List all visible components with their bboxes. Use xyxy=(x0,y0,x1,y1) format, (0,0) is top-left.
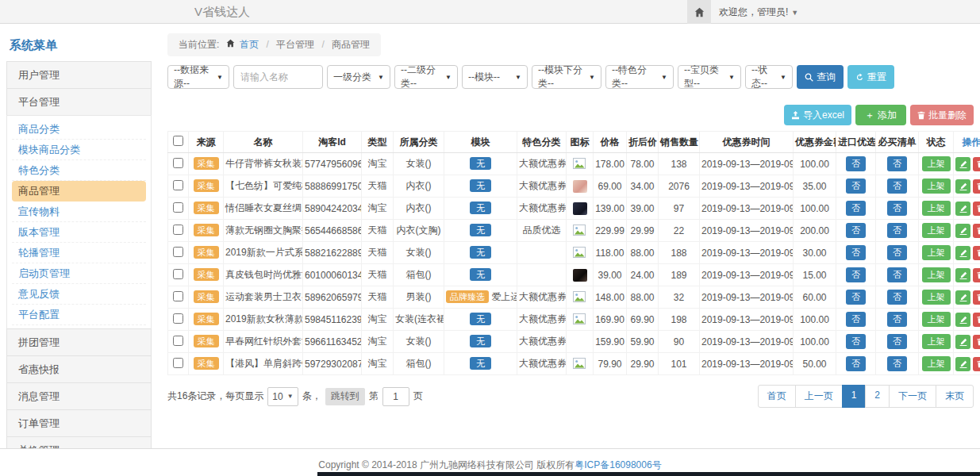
delete-button[interactable] xyxy=(973,335,980,349)
page-button[interactable]: 首页 xyxy=(758,385,796,408)
row-checkbox[interactable] xyxy=(173,313,183,324)
sidebar-item[interactable]: 商品管理 xyxy=(12,181,146,202)
edit-button[interactable] xyxy=(955,179,970,194)
must-buy-toggle[interactable]: 否 xyxy=(887,223,907,238)
import-select-toggle[interactable]: 否 xyxy=(846,245,866,260)
delete-button[interactable] xyxy=(973,179,980,194)
must-buy-toggle[interactable]: 否 xyxy=(887,356,907,371)
filter-name-input[interactable] xyxy=(233,65,323,89)
import-select-toggle[interactable]: 否 xyxy=(846,356,866,371)
import-select-toggle[interactable]: 否 xyxy=(846,267,866,282)
status-button[interactable]: 上架 xyxy=(922,201,951,216)
must-buy-toggle[interactable]: 否 xyxy=(887,334,907,349)
import-select-toggle[interactable]: 否 xyxy=(846,312,866,327)
page-button[interactable]: 1 xyxy=(842,385,867,408)
status-button[interactable]: 上架 xyxy=(922,223,951,238)
status-button[interactable]: 上架 xyxy=(922,290,951,305)
import-select-toggle[interactable]: 否 xyxy=(846,178,866,194)
module-none-badge[interactable]: 无 xyxy=(470,179,491,192)
module-none-badge[interactable]: 无 xyxy=(470,202,491,214)
delete-button[interactable] xyxy=(973,224,980,238)
must-buy-toggle[interactable]: 否 xyxy=(887,156,907,171)
per-page-select[interactable]: 10 ▼ xyxy=(267,387,298,406)
module-none-badge[interactable]: 无 xyxy=(470,313,491,325)
edit-button[interactable] xyxy=(955,335,970,349)
module-none-badge[interactable]: 无 xyxy=(470,357,491,370)
status-button[interactable]: 上架 xyxy=(922,156,951,171)
delete-button[interactable] xyxy=(973,290,980,305)
delete-button[interactable] xyxy=(973,157,980,171)
sidebar-item[interactable]: 订单管理 xyxy=(6,409,152,436)
import-select-toggle[interactable]: 否 xyxy=(846,201,866,216)
sidebar-item[interactable]: 平台配置 xyxy=(12,305,146,325)
sidebar-item[interactable]: 启动页管理 xyxy=(12,263,146,284)
filter-category-level2-select[interactable]: --二级分类--▼ xyxy=(394,65,458,89)
edit-button[interactable] xyxy=(955,246,970,260)
must-buy-toggle[interactable]: 否 xyxy=(887,245,907,260)
import-select-toggle[interactable]: 否 xyxy=(846,223,866,238)
must-buy-toggle[interactable]: 否 xyxy=(887,312,907,327)
sidebar-item[interactable]: 轮播管理 xyxy=(12,243,146,263)
row-checkbox[interactable] xyxy=(173,225,183,235)
row-checkbox[interactable] xyxy=(173,158,183,168)
edit-button[interactable] xyxy=(955,313,970,327)
sidebar-item[interactable]: 模块商品分类 xyxy=(12,140,146,160)
sidebar-item[interactable]: 省惠快报 xyxy=(6,355,152,382)
delete-button[interactable] xyxy=(973,202,980,216)
sidebar-item[interactable]: 宣传物料 xyxy=(12,202,146,222)
must-buy-toggle[interactable]: 否 xyxy=(887,290,907,305)
status-button[interactable]: 上架 xyxy=(922,267,951,282)
batch-delete-button[interactable]: 批量删除 xyxy=(910,105,974,125)
user-menu[interactable]: 欢迎您，管理员!▼ xyxy=(719,0,798,25)
sidebar-item[interactable]: 商品分类 xyxy=(12,119,146,140)
import-select-toggle[interactable]: 否 xyxy=(846,290,866,305)
module-none-badge[interactable]: 无 xyxy=(470,268,491,281)
select-all-checkbox[interactable] xyxy=(173,136,183,146)
page-button[interactable]: 2 xyxy=(865,385,890,408)
row-checkbox[interactable] xyxy=(173,358,183,368)
import-excel-button[interactable]: 导入excel xyxy=(784,105,851,125)
row-checkbox[interactable] xyxy=(173,291,183,301)
edit-button[interactable] xyxy=(955,224,970,238)
row-checkbox[interactable] xyxy=(173,336,183,346)
jump-button[interactable]: 跳转到 xyxy=(325,388,365,405)
sidebar-item[interactable]: 用户管理 xyxy=(6,61,152,88)
sidebar-item[interactable]: 拼团管理 xyxy=(6,328,152,355)
status-button[interactable]: 上架 xyxy=(922,245,951,260)
icp-link[interactable]: 粤ICP备16098006号 xyxy=(575,459,661,470)
edit-button[interactable] xyxy=(955,290,970,305)
status-button[interactable]: 上架 xyxy=(922,178,951,194)
status-button[interactable]: 上架 xyxy=(922,334,951,349)
import-select-toggle[interactable]: 否 xyxy=(846,156,866,171)
breadcrumb-home-link[interactable]: 首页 xyxy=(240,39,259,50)
filter-feature-category-select[interactable]: --特色分类--▼ xyxy=(605,65,674,89)
must-buy-toggle[interactable]: 否 xyxy=(887,267,907,282)
sidebar-item[interactable]: 意见反馈 xyxy=(12,284,146,305)
module-none-badge[interactable]: 无 xyxy=(470,157,491,170)
row-checkbox[interactable] xyxy=(173,202,183,213)
page-button[interactable]: 末页 xyxy=(936,385,974,408)
sidebar-item[interactable]: 特色分类 xyxy=(12,160,146,181)
filter-module-select[interactable]: --模块--▼ xyxy=(462,65,528,89)
status-button[interactable]: 上架 xyxy=(922,312,951,327)
page-button[interactable]: 下一页 xyxy=(889,385,936,408)
row-checkbox[interactable] xyxy=(173,180,183,190)
row-checkbox[interactable] xyxy=(173,247,183,257)
edit-button[interactable] xyxy=(955,268,970,282)
filter-status-select[interactable]: --状态--▼ xyxy=(745,65,793,89)
search-button[interactable]: 查询 xyxy=(797,65,844,89)
must-buy-toggle[interactable]: 否 xyxy=(887,178,907,194)
sidebar-item[interactable]: 平台管理 xyxy=(6,88,152,115)
module-none-badge[interactable]: 无 xyxy=(470,246,491,259)
row-checkbox[interactable] xyxy=(173,269,183,279)
delete-button[interactable] xyxy=(973,268,980,282)
edit-button[interactable] xyxy=(955,357,970,371)
filter-module-sub-select[interactable]: --模块下分类--▼ xyxy=(532,65,601,89)
delete-button[interactable] xyxy=(973,357,980,371)
import-select-toggle[interactable]: 否 xyxy=(846,334,866,349)
sidebar-item[interactable]: 版本管理 xyxy=(12,222,146,243)
must-buy-toggle[interactable]: 否 xyxy=(887,201,907,216)
filter-category-level1-select[interactable]: 一级分类▼ xyxy=(327,65,390,89)
filter-data-source-select[interactable]: --数据来源--▼ xyxy=(167,65,229,89)
status-button[interactable]: 上架 xyxy=(922,356,951,371)
